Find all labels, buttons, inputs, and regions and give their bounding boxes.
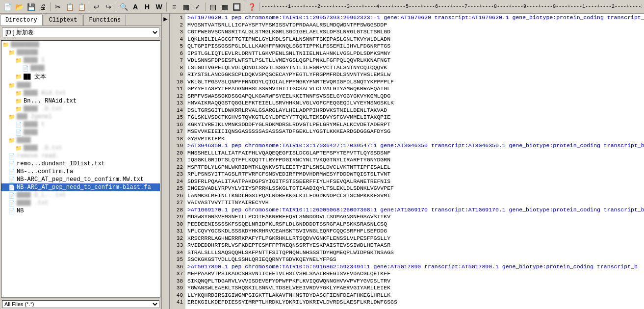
- list-item[interactable]: 📁 ██████: [1, 49, 160, 56]
- text-line: MSEVVKEIEIIIQNSGASSSSSASASSSATDFGEKLLY​G…: [187, 128, 642, 135]
- line-number: 17: [170, 128, 183, 135]
- line-number: 28: [170, 206, 183, 214]
- list-item[interactable]: 📁 ███ 2genel: [1, 113, 160, 121]
- list-item[interactable]: 📄 ████ D_L...txt: [1, 191, 160, 199]
- folder-icon: 📁: [8, 114, 15, 120]
- sep2: [89, 2, 89, 11]
- toolbar-open[interactable]: 📂: [14, 1, 25, 12]
- text-line: SDSFRLPQAALITAATPAKDGPSYIGITFSTSSEERFFIY…: [187, 178, 642, 185]
- toolbar-grid2[interactable]: ▦: [219, 1, 230, 12]
- file-icon: 📄: [8, 161, 15, 167]
- toolbar-copy[interactable]: 📋: [64, 1, 75, 12]
- text-line: STRALSL​LLSAQSQQHLSKFPNTTFSITQPNQNLNHSSS…: [187, 249, 642, 257]
- file-icon: 📄: [22, 65, 29, 72]
- toolbar-paste[interactable]: 📋: [76, 1, 87, 12]
- text-line: NPLCQVY​GCSKDLSSSK​DYHKRHRVCEAHSKTSVIVNG…: [187, 228, 642, 235]
- line-number: 38: [170, 278, 183, 285]
- list-item[interactable]: 📁 ████ .D.txt: [1, 105, 160, 113]
- tab-cliptext[interactable]: Cliptext: [44, 15, 83, 26]
- text-line: FGLSKLVSDCTKGHVSTQVKGTLGYLDPEYYTTQKLTEK​…: [187, 114, 642, 121]
- list-item[interactable]: 📄 remove read.: [1, 152, 160, 160]
- sep4: [166, 2, 167, 11]
- toolbar-box[interactable]: ▤: [207, 1, 218, 12]
- line-number: 41: [170, 299, 183, 306]
- folder-icon: 📁: [15, 74, 22, 80]
- text-line: KGKYIVREIKLVMNKSDDDFY​GLRDKMDRS​LRDVGTLP…: [187, 121, 642, 129]
- line-number: 1: [170, 14, 183, 22]
- toolbar-grid[interactable]: ▦: [180, 1, 191, 12]
- list-item[interactable]: 📄 remo...dundant_IDlist.txt: [1, 160, 160, 168]
- list-item[interactable]: 📁 ████ .D.txt: [1, 144, 160, 152]
- list-item[interactable]: 📄 ████ .txt: [1, 199, 160, 207]
- left-panel: Directory Cliptext Functions [D:] 新加卷 📁 …: [0, 14, 162, 309]
- toolbar-check[interactable]: ✓: [192, 1, 203, 12]
- text-content[interactable]: >AT1G79620.1 pep chromosome:TAIR10:1:299…: [185, 14, 644, 309]
- text-line: GPYYFIASPYTFPADGNGHSLSSRMVTGIITGCSALVLCL…: [187, 85, 642, 93]
- list-item[interactable]: 📄 ████: [1, 64, 160, 72]
- line-number: 23: [170, 171, 183, 178]
- list-item-selected[interactable]: 📄 NB-ARC_AT_pep_need_to_confirm-blast.fa: [1, 183, 160, 191]
- toolbar-print[interactable]: 🖨: [37, 1, 48, 12]
- toolbar-search[interactable]: 🔍: [118, 1, 129, 12]
- list-item[interactable]: 📁 Bn... RNAid.txt: [1, 97, 160, 105]
- line-number: 9: [170, 71, 183, 78]
- list-item[interactable]: 📁 ████: [1, 136, 160, 144]
- line-number: 34: [170, 249, 183, 257]
- line-number: 2: [170, 22, 183, 29]
- tree-item-root[interactable]: 📁 ████████: [1, 41, 160, 49]
- tab-functions[interactable]: Functions: [83, 15, 126, 26]
- file-tree[interactable]: 📁 ████████ 📁 ██████ 📁 ████ 1 📄 ████ 📁 ██…: [1, 40, 160, 298]
- text-line: VDLSNNSFDPSESPLWFSTLPSLTLLVMEYGSLQGPLPNK…: [187, 57, 642, 64]
- file-icon: 📄: [8, 184, 15, 191]
- line-number: 27: [170, 199, 183, 206]
- folder-icon: 📁: [15, 145, 22, 152]
- toolbar-list[interactable]: ≡: [169, 1, 180, 12]
- file-icon: 📄: [8, 153, 15, 159]
- line-number: 16: [170, 121, 183, 129]
- text-line: MEPPAARVTPSIKADCSHSVNIICEETVLHSLVSHLSAAL…: [187, 270, 642, 278]
- sep1: [50, 2, 51, 11]
- line-number: 31: [170, 228, 183, 235]
- folder-icon: 📁: [2, 42, 9, 48]
- list-item[interactable]: 📄 NB-ARC_AT_pep_need_to_confirm.MW.txt: [1, 176, 160, 183]
- file-icon: 📄: [8, 169, 15, 175]
- toolbar-cut[interactable]: ✂: [52, 1, 63, 12]
- toolbar-format-h[interactable]: H: [142, 1, 153, 12]
- toolbar-window[interactable]: 🔲: [231, 1, 242, 12]
- sep5: [205, 2, 206, 11]
- text-line: LANMKSLMFINLTKNDLHGSIPQALRDREKKGLKILFDGD…: [187, 192, 642, 200]
- toolbar-format-w[interactable]: W: [154, 1, 164, 12]
- file-filter-dropdown[interactable]: All Files (*.*): [2, 300, 159, 308]
- file-icon: 📄: [8, 177, 15, 183]
- line-number: 4: [170, 36, 183, 43]
- toolbar-save[interactable]: 💾: [26, 1, 36, 12]
- toolbar-help[interactable]: ❓: [246, 1, 257, 12]
- toolbar-new[interactable]: 📄: [2, 1, 13, 12]
- line-number: 12: [170, 93, 183, 100]
- toolbar-redo[interactable]: ↪: [103, 1, 114, 12]
- text-line: RPLPSNSYITTAGSLRTFVRFCFSNSVEDIRFPMDVHDRM…: [187, 171, 642, 178]
- folder-icon: 📁: [8, 137, 15, 144]
- line-number: 5: [170, 43, 183, 50]
- list-item[interactable]: 📄 ████ t: [1, 121, 160, 129]
- line-number: 36: [170, 263, 183, 271]
- drive-dropdown[interactable]: [D:] 新加卷: [2, 27, 159, 37]
- list-item[interactable]: 📁 ████ 1: [1, 56, 160, 64]
- line-number: 25: [170, 185, 183, 192]
- toolbar-undo[interactable]: ↩: [91, 1, 102, 12]
- folder-icon: 📁: [15, 90, 22, 97]
- line-numbers: 1234567891011121314151617181920212223242…: [170, 14, 185, 309]
- folder-icon: 📁: [8, 50, 15, 56]
- list-item[interactable]: 📁 ████ Aid.txt: [1, 89, 160, 97]
- list-item[interactable]: 📁 ████: [1, 81, 160, 89]
- line-number: 19: [170, 142, 183, 150]
- list-item[interactable]: 📁 ██ 文本: [1, 72, 160, 81]
- tab-directory[interactable]: Directory: [0, 15, 43, 26]
- text-line: KRSCRRRLAGH​NERRRKPAFYFLPGKRHKLLRTSQDVVG…: [187, 235, 642, 242]
- list-item[interactable]: 📄 ████: [1, 129, 160, 136]
- line-number: 11: [170, 85, 183, 93]
- toolbar-format-a[interactable]: A: [130, 1, 141, 12]
- list-item[interactable]: 📄 NB: [1, 207, 160, 215]
- text-line: INGESVADLYRPVYLVIIYSPRRKLSSKGLTGTIAADIQY…: [187, 185, 642, 192]
- list-item[interactable]: 📄 NB-...confirm.fa: [1, 168, 160, 176]
